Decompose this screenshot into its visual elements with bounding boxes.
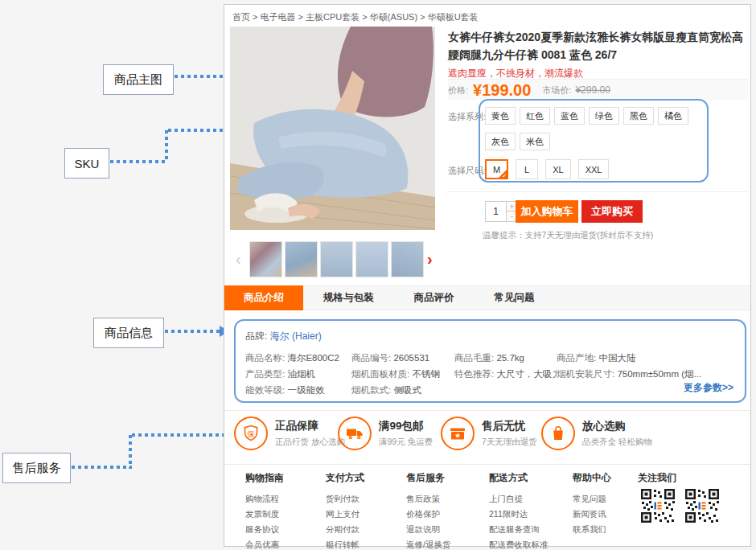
footer-link[interactable]: 返修/退换货 bbox=[406, 537, 450, 550]
footer-heading: 配送方式 bbox=[489, 471, 549, 485]
footer-link[interactable]: 购物流程 bbox=[245, 491, 284, 507]
info-value: 不锈钢 bbox=[412, 369, 440, 379]
size-option[interactable]: XXL bbox=[578, 159, 610, 179]
tab-faq[interactable]: 常见问题 bbox=[475, 286, 555, 310]
info-label: 商品名称: bbox=[245, 353, 285, 363]
service-item-shipping: 满99包邮 满99元 免运费 bbox=[338, 417, 433, 450]
annotation-label-service: 售后服务 bbox=[2, 453, 71, 483]
size-option[interactable]: XL bbox=[545, 159, 570, 179]
series-option[interactable]: 橘色 bbox=[658, 107, 688, 125]
series-label: 选择系列: bbox=[448, 111, 486, 123]
qr-code bbox=[639, 488, 676, 523]
service-item-authentic: 保 正品保障 正品行货 放心选购 bbox=[234, 417, 345, 450]
info-label: 商品编号: bbox=[351, 353, 391, 363]
footer-heading: 购物指南 bbox=[245, 471, 284, 485]
annotation-label-sku: SKU bbox=[64, 148, 109, 179]
size-options-row: M L XL XXL bbox=[485, 159, 609, 179]
info-value: 中国大陆 bbox=[598, 353, 635, 363]
info-value: 大尺寸，大吸力，静音... bbox=[496, 369, 557, 379]
tab-spec-package[interactable]: 规格与包装 bbox=[303, 286, 394, 310]
footer-link[interactable]: 配送服务查询 bbox=[489, 522, 549, 537]
detail-tabbar: 商品介绍 规格与包装 商品评价 常见问题 bbox=[224, 285, 750, 310]
product-main-image[interactable] bbox=[230, 27, 435, 230]
brand-label: 品牌: bbox=[245, 330, 267, 342]
footer-link[interactable]: 银行转帐 bbox=[326, 537, 364, 550]
shield-icon: 保 bbox=[234, 417, 268, 450]
truck-icon bbox=[338, 417, 372, 450]
thumbnail-strip: ‹ › bbox=[236, 240, 440, 277]
info-label: 特色推荐: bbox=[454, 369, 494, 379]
size-label: 选择尺码: bbox=[448, 165, 486, 177]
footer-link[interactable]: 上门自提 bbox=[489, 491, 549, 507]
thumbnail[interactable] bbox=[391, 241, 424, 277]
quantity-input[interactable]: 1 bbox=[485, 201, 507, 222]
footer-link[interactable]: 211限时达 bbox=[489, 507, 549, 522]
info-label: 烟机款式: bbox=[351, 385, 391, 395]
series-option[interactable]: 灰色 bbox=[485, 133, 516, 150]
tab-product-intro[interactable]: 商品介绍 bbox=[224, 285, 303, 310]
info-label: 商品产地: bbox=[557, 353, 596, 363]
service-item-assured: 放心选购 品类齐全 轻松购物 bbox=[541, 417, 652, 450]
thumbnail[interactable] bbox=[355, 241, 388, 277]
footer-col-guide: 购物指南 购物流程 发票制度 服务协议 会员优惠 bbox=[245, 471, 284, 550]
service-subtitle: 满99元 免运费 bbox=[379, 437, 433, 448]
footer-link[interactable]: 货到付款 bbox=[326, 491, 364, 507]
divider bbox=[448, 191, 748, 192]
add-to-cart-button[interactable]: 加入购物车 bbox=[516, 200, 578, 223]
product-title: 女裤牛仔裤女2020夏季新款泫雅长裤女韩版显瘦直筒宽松高腰阔腿九分牛仔裤 008… bbox=[448, 29, 749, 64]
product-info-box: 品牌: 海尔 (Haier) 商品名称: 海尔E800C2 产品类型: 油烟机 … bbox=[234, 319, 746, 403]
footer-link[interactable]: 退款说明 bbox=[406, 522, 450, 537]
footer-link[interactable]: 新闻资讯 bbox=[573, 507, 611, 522]
thumbnail[interactable] bbox=[285, 241, 318, 277]
footer-link[interactable]: 服务协议 bbox=[245, 522, 284, 537]
annotation-label-text: SKU bbox=[75, 157, 100, 170]
series-option[interactable]: 米色 bbox=[520, 133, 550, 150]
service-subtitle: 正品行货 放心选购 bbox=[275, 437, 345, 448]
footer-link[interactable]: 分期付款 bbox=[326, 522, 364, 537]
footer-link[interactable]: 网上支付 bbox=[326, 507, 364, 522]
series-option[interactable]: 黄色 bbox=[485, 107, 516, 125]
size-option-selected[interactable]: M bbox=[485, 159, 508, 179]
annotation-label-text: 商品信息 bbox=[105, 326, 153, 341]
more-params-link[interactable]: 更多参数>> bbox=[684, 381, 733, 395]
gallery-prev-icon[interactable]: ‹ bbox=[236, 250, 247, 269]
footer-link[interactable]: 价格保护 bbox=[406, 507, 450, 522]
series-option[interactable]: 黑色 bbox=[623, 107, 654, 125]
arrow-line bbox=[129, 435, 132, 469]
thumbnail[interactable] bbox=[320, 241, 353, 277]
footer-link[interactable]: 售后政策 bbox=[406, 491, 450, 507]
service-item-aftersales: 售后无忧 7天无理由退货 bbox=[441, 417, 537, 450]
breadcrumb[interactable]: 首页 > 电子电器 > 主板CPU套装 > 华硕(ASUS) > 华硕板U套装 bbox=[232, 11, 479, 23]
qr-code bbox=[684, 488, 721, 523]
footer-col-payment: 支付方式 货到付款 网上支付 分期付款 银行转帐 bbox=[326, 471, 364, 550]
footer-link[interactable]: 联系我们 bbox=[573, 522, 611, 537]
footer-link[interactable]: 会员优惠 bbox=[245, 537, 284, 550]
footer-link[interactable]: 常见问题 bbox=[573, 491, 611, 507]
footer-col-help: 帮助中心 常见问题 新闻资讯 联系我们 bbox=[573, 471, 611, 537]
series-options-row1: 黄色 红色 蓝色 绿色 黑色 橘色 bbox=[485, 107, 688, 125]
footer-col-aftersales: 售后服务 售后政策 价格保护 退款说明 返修/退换货 取消订单 bbox=[406, 471, 450, 550]
tab-reviews[interactable]: 商品评价 bbox=[394, 286, 475, 310]
series-option[interactable]: 蓝色 bbox=[554, 107, 585, 125]
gift-icon bbox=[441, 417, 475, 450]
arrow-line bbox=[72, 466, 132, 469]
gallery-next-icon[interactable]: › bbox=[427, 250, 440, 269]
info-value: 750mm±50mm (烟... bbox=[617, 369, 701, 379]
annotation-label-info: 商品信息 bbox=[93, 318, 164, 348]
divider bbox=[224, 410, 750, 411]
brand-link[interactable]: 海尔 (Haier) bbox=[270, 330, 322, 342]
info-label: 商品毛重: bbox=[454, 353, 494, 363]
thumbnail[interactable] bbox=[249, 241, 282, 277]
product-page-panel: 首页 > 电子电器 > 主板CPU套装 > 华硕(ASUS) > 华硕板U套装 bbox=[224, 4, 751, 547]
service-title: 售后无忧 bbox=[482, 419, 537, 433]
price-label: 价格: bbox=[448, 84, 468, 96]
series-option[interactable]: 红色 bbox=[520, 107, 550, 125]
footer-link[interactable]: 发票制度 bbox=[245, 507, 284, 522]
footer-link[interactable]: 配送费收取标准 bbox=[489, 537, 549, 550]
footer-heading: 关注我们 bbox=[638, 471, 676, 485]
series-option[interactable]: 绿色 bbox=[589, 107, 619, 125]
product-photo-illustration bbox=[230, 27, 435, 230]
buy-now-button[interactable]: 立即购买 bbox=[581, 200, 643, 223]
size-option[interactable]: L bbox=[516, 159, 538, 179]
annotation-label-main-image: 商品主图 bbox=[103, 64, 174, 95]
